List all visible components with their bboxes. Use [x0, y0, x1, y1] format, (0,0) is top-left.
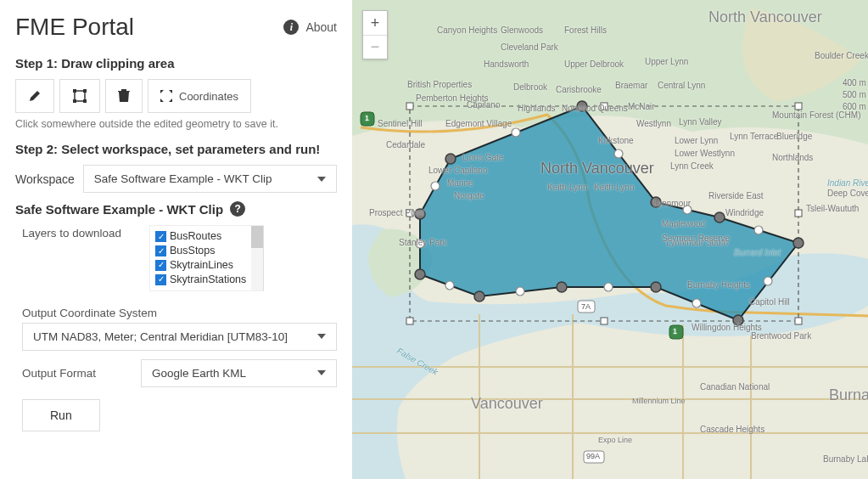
svg-point-33: [516, 287, 524, 296]
output-format-select[interactable]: Google Earth KML: [141, 359, 337, 387]
zoom-in-button[interactable]: +: [363, 11, 387, 35]
workspace-label: Workspace: [15, 172, 75, 186]
page-title: FME Portal: [15, 14, 134, 41]
place-label: Blueridge: [776, 132, 812, 141]
svg-rect-10: [406, 103, 413, 110]
svg-point-22: [474, 291, 484, 301]
place-label: Keith-Lynn: [594, 183, 634, 192]
layer-item[interactable]: ✓BusRoutes: [155, 229, 246, 244]
svg-point-29: [512, 128, 520, 137]
place-label: Lynnmour: [653, 199, 691, 208]
delete-button[interactable]: [105, 79, 143, 113]
place-label: Mountain Forest (CHM): [772, 110, 860, 120]
draw-pencil-button[interactable]: [15, 79, 54, 113]
run-button[interactable]: Run: [22, 399, 100, 431]
place-label: Vancouver: [471, 395, 543, 413]
layers-label: Layers to download: [22, 225, 132, 240]
place-label: Carisbrooke: [556, 85, 602, 94]
vertices-icon: [72, 88, 87, 104]
info-icon: i: [283, 20, 299, 35]
edit-vertices-button[interactable]: [59, 79, 100, 113]
place-label: Burrard Inlet: [734, 248, 781, 257]
svg-rect-14: [795, 210, 802, 217]
step2-heading: Step 2: Select workspace, set parameters…: [15, 142, 337, 156]
checkbox-icon: ✓: [155, 245, 166, 256]
place-label: Canyon Heights: [437, 25, 497, 35]
place-label: 600 m: [843, 102, 866, 111]
map-canvas[interactable]: North Vancouver North Vancouver Vancouve…: [352, 0, 868, 479]
chevron-down-icon: [317, 334, 326, 339]
place-label: Lynn Terrace: [730, 132, 778, 141]
output-crs-label: Output Coordinate System: [22, 307, 337, 319]
place-label: Seymour Reserve: [662, 234, 730, 243]
layers-listbox[interactable]: ✓BusRoutes ✓BusStops ✓SkytrainLines ✓Sky…: [149, 225, 264, 291]
layer-item[interactable]: ✓SkytrainLines: [155, 258, 246, 273]
help-icon[interactable]: ?: [230, 201, 245, 217]
coordinates-button[interactable]: Coordinates: [148, 79, 251, 113]
layers-scrollbar[interactable]: [251, 226, 263, 290]
place-label: Lynn Valley: [679, 117, 722, 127]
place-label: Norwood Queens: [562, 104, 628, 113]
svg-point-37: [754, 226, 763, 234]
place-label: Burnaby Lake: [823, 454, 868, 464]
place-label: Upper Lynn: [645, 57, 688, 66]
svg-point-21: [415, 269, 425, 279]
svg-rect-17: [795, 318, 802, 324]
checkbox-icon: ✓: [155, 260, 166, 271]
place-label: Highlands: [518, 104, 555, 113]
zoom-control: + −: [362, 10, 388, 59]
about-link[interactable]: i About: [283, 20, 337, 35]
place-label: Tsleil-Waututh: [806, 204, 859, 213]
place-label: Lower Lynn: [675, 136, 718, 145]
place-label: Indian River: [827, 178, 868, 188]
output-format-label: Output Format: [22, 367, 107, 380]
svg-point-34: [604, 283, 613, 291]
place-label: Lynn Creek: [670, 161, 714, 171]
edit-hint: Click somewhere outside the edited geome…: [15, 118, 337, 130]
place-label: Burnal: [829, 386, 868, 404]
transit-label: Millennium Line: [632, 397, 686, 405]
svg-point-26: [793, 238, 804, 248]
hwy-label: 1: [673, 327, 677, 335]
svg-rect-15: [406, 318, 413, 324]
svg-point-32: [445, 281, 454, 290]
checkbox-icon: ✓: [155, 231, 166, 242]
place-label: North Vancouver: [540, 160, 654, 178]
output-crs-select[interactable]: UTM NAD83, Meter; Central Meridian [UTM8…: [22, 323, 337, 351]
place-label: Upper Delbrook: [564, 59, 624, 69]
coordinates-label: Coordinates: [179, 90, 238, 103]
svg-point-24: [651, 282, 661, 292]
trash-icon: [118, 89, 130, 103]
svg-rect-16: [601, 318, 608, 324]
place-label: Deep Cove: [827, 189, 868, 198]
place-label: Canadian National: [700, 382, 770, 392]
place-label: Westlynn: [636, 119, 671, 128]
workspace-title: Safe Software Example - WKT Clip: [15, 202, 223, 217]
place-label: North Vancouver: [708, 8, 822, 26]
expand-icon: [160, 90, 172, 102]
workspace-selected: Safe Software Example - WKT Clip: [94, 172, 272, 185]
place-label: Kirkstone: [598, 136, 634, 145]
svg-point-23: [557, 282, 567, 292]
place-label: 400 m: [843, 78, 866, 87]
checkbox-icon: ✓: [155, 274, 166, 285]
place-label: Edgemont Village: [445, 119, 512, 128]
svg-rect-12: [795, 103, 802, 110]
hwy-label: 1: [365, 114, 369, 122]
place-label: Prospect Point: [369, 208, 424, 217]
zoom-out-button[interactable]: −: [363, 35, 387, 59]
place-label: Glenwoods: [501, 25, 543, 35]
svg-point-27: [714, 212, 725, 223]
place-label: Sentinel Hill: [378, 119, 423, 128]
place-label: Forest Hills: [564, 25, 607, 35]
workspace-select[interactable]: Safe Software Example - WKT Clip: [83, 165, 337, 193]
place-label: Maplewood: [662, 219, 705, 228]
place-label: Handsworth: [484, 59, 529, 69]
drawing-toolbar: Coordinates: [15, 79, 337, 113]
place-label: Stanley Park: [399, 238, 447, 247]
place-label: Capitol Hill: [749, 297, 790, 307]
place-label: Cedardale: [386, 140, 425, 149]
layer-item[interactable]: ✓BusStops: [155, 244, 246, 258]
layer-item[interactable]: ✓SkytrainStations: [155, 273, 246, 287]
place-label: Norgate: [454, 191, 484, 200]
